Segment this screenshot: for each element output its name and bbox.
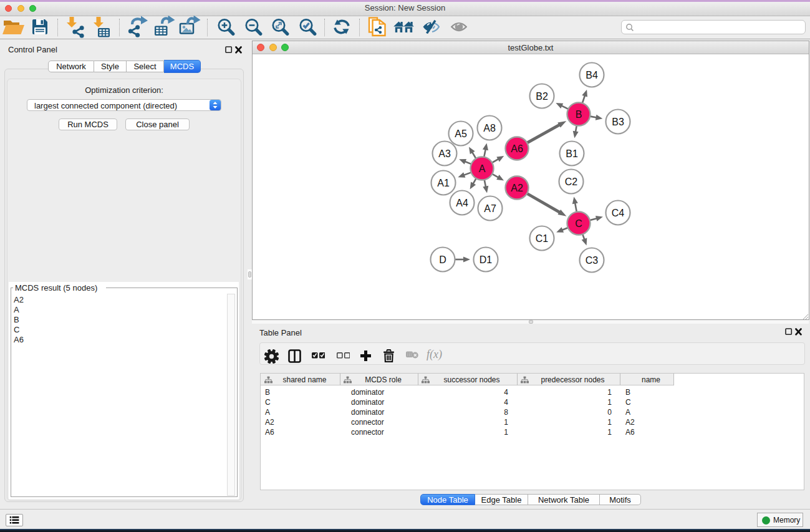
svg-text:C2: C2 xyxy=(565,177,578,187)
svg-text:A: A xyxy=(479,163,486,174)
svg-text:A1: A1 xyxy=(437,178,450,188)
svg-text:C1: C1 xyxy=(536,233,549,244)
svg-text:A4: A4 xyxy=(456,198,468,208)
svg-text:A6: A6 xyxy=(511,143,523,154)
svg-text:A5: A5 xyxy=(455,128,467,139)
svg-text:C4: C4 xyxy=(612,208,625,218)
svg-text:A7: A7 xyxy=(484,203,496,214)
svg-text:B3: B3 xyxy=(612,117,624,127)
svg-text:B4: B4 xyxy=(586,70,598,80)
svg-text:A2: A2 xyxy=(511,183,523,193)
svg-text:B: B xyxy=(576,109,582,120)
svg-text:B1: B1 xyxy=(566,148,578,159)
svg-text:C3: C3 xyxy=(586,255,599,266)
svg-text:C: C xyxy=(575,218,582,229)
svg-text:D: D xyxy=(439,254,446,265)
svg-text:A3: A3 xyxy=(438,148,451,159)
svg-text:B2: B2 xyxy=(536,91,548,102)
svg-text:D1: D1 xyxy=(480,254,493,265)
svg-text:A8: A8 xyxy=(483,123,496,133)
